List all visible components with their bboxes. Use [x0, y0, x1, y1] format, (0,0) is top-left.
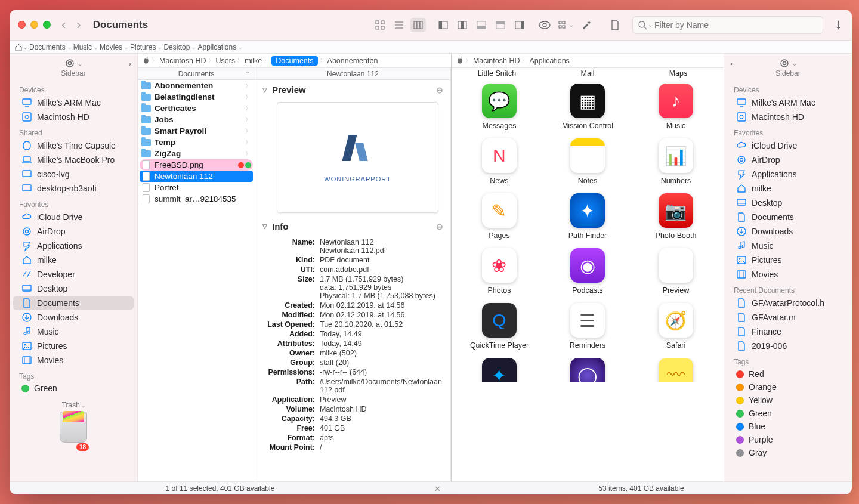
sidebar-item[interactable]: Red [728, 367, 848, 381]
path-seg[interactable]: Music⌵ [73, 43, 97, 51]
file-row[interactable]: summit_ar…92184535 [138, 193, 255, 205]
close-icon[interactable]: ✕ [434, 484, 441, 493]
icon-view-button[interactable] [372, 18, 388, 32]
sidebar-item[interactable]: Milke's ARM Mac [728, 95, 848, 110]
sidebar-item[interactable]: Macintosh HD [728, 110, 848, 124]
app-cell[interactable]: ✦ [456, 358, 542, 382]
app-cell[interactable]: 〰 [633, 358, 719, 382]
app-cell[interactable]: ❀Photos [456, 248, 542, 295]
sidebar-item[interactable]: 2019-006 [728, 339, 848, 353]
sidebar-item[interactable]: Milke's Time Capsule [13, 138, 134, 153]
sidebar-item[interactable]: Blue [728, 420, 848, 433]
sidebar-item[interactable]: Green [728, 407, 848, 420]
sidebar-item[interactable]: iCloud Drive [13, 210, 134, 224]
more-icon[interactable]: ⊖ [436, 222, 443, 231]
file-row[interactable]: ZigZag〉 [138, 148, 255, 159]
col-header[interactable]: Documents⌃ [138, 68, 255, 80]
sidebar-item[interactable]: Purple [728, 433, 848, 446]
sidebar-item[interactable]: Music [13, 324, 134, 339]
sidebar-item[interactable]: Yellow [728, 394, 848, 407]
sidebar-item[interactable]: Developer [13, 267, 134, 282]
app-cell[interactable]: ✎Pages [456, 193, 542, 240]
file-row[interactable]: Temp〉 [138, 137, 255, 148]
path-seg[interactable]: Desktop⌵ [163, 43, 195, 51]
quicklook-icon[interactable] [537, 18, 552, 32]
path-seg[interactable]: Movies⌵ [100, 43, 128, 51]
crumb[interactable]: milke [245, 57, 262, 65]
sidebar-item[interactable]: Pictures [13, 339, 134, 353]
sidebar-item[interactable]: Music [728, 239, 848, 253]
file-row[interactable]: Abonnementen〉 [138, 80, 255, 91]
app-cell[interactable]: 📊Numbers [633, 138, 719, 185]
arrange-icon[interactable]: ⌵ [556, 18, 575, 32]
sidebar-item[interactable]: milke [728, 181, 848, 196]
sidebar-item[interactable]: iCloud Drive [728, 138, 848, 153]
search-field[interactable]: ⌵ [632, 16, 823, 34]
split-4[interactable] [493, 18, 508, 32]
file-row[interactable]: FreeBSD.png [140, 159, 253, 171]
sidebar-item[interactable]: AirDrop [728, 153, 848, 167]
more-icon[interactable]: ⊖ [436, 85, 443, 95]
column-view-button[interactable] [410, 18, 426, 32]
path-seg[interactable]: Pictures⌵ [130, 43, 161, 51]
split-3[interactable] [474, 18, 489, 32]
app-cell[interactable]: ✦Path Finder [545, 193, 631, 240]
sidebar-item[interactable]: Movies [728, 267, 848, 282]
trash-label[interactable]: Trash ⌵ [10, 401, 137, 409]
app-cell[interactable]: QQuickTime Player [456, 303, 542, 350]
path-seg[interactable]: Applications⌵ [197, 43, 242, 51]
sidebar-item[interactable]: Green [13, 382, 134, 395]
sidebar-item[interactable]: Pictures [728, 253, 848, 267]
trash-icon[interactable]: 18 [55, 412, 91, 453]
split-2[interactable] [455, 18, 470, 32]
sidebar-item[interactable]: Movies [13, 353, 134, 367]
sidebar-item[interactable]: AirDrop [13, 224, 134, 239]
sidebar-item[interactable]: Orange [728, 381, 848, 394]
sidebar-item[interactable]: Applications [728, 167, 848, 181]
sidebar-target-r[interactable]: ›⌵ [724, 54, 852, 69]
info-section[interactable]: ▽Info⊖ [255, 217, 450, 235]
sidebar-target[interactable]: ›⌵ [10, 54, 137, 69]
app-cell[interactable]: 📷Photo Booth [633, 193, 719, 240]
minimize-button[interactable] [30, 21, 38, 29]
download-icon[interactable]: ⭣ [834, 20, 843, 30]
sidebar-item[interactable]: Milke's MacBook Pro [13, 153, 134, 167]
app-cell[interactable]: ◉Podcasts [545, 248, 631, 295]
search-input[interactable] [654, 20, 818, 30]
crumb[interactable]: Macintosh HD [473, 57, 520, 65]
app-cell[interactable]: ◯ [545, 358, 631, 382]
crumb[interactable]: Applications [529, 57, 569, 65]
doc-icon[interactable] [607, 18, 623, 32]
sidebar-item[interactable]: milke [13, 253, 134, 267]
file-row[interactable]: Certficates〉 [138, 103, 255, 114]
preview-section[interactable]: ▽Preview⊖ [255, 80, 450, 98]
zoom-button[interactable] [43, 21, 51, 29]
sidebar-item[interactable]: Desktop [728, 196, 848, 210]
forward-button[interactable]: › [76, 17, 81, 33]
sidebar-item[interactable]: Applications [13, 239, 134, 253]
home-menu[interactable]: ⌵ [14, 43, 27, 51]
split-1[interactable] [435, 18, 451, 32]
crumb[interactable]: Documents [271, 56, 317, 66]
sidebar-item[interactable]: Desktop [13, 282, 134, 296]
sidebar-item[interactable]: desktop-nb3aofi [13, 181, 134, 196]
app-cell[interactable]: ☰Reminders [545, 303, 631, 350]
sidebar-item[interactable]: Gray [728, 446, 848, 459]
sidebar-item[interactable]: cisco-lvg [13, 167, 134, 181]
app-cell[interactable]: 🖼Preview [633, 248, 719, 295]
crumb[interactable]: Users [216, 57, 236, 65]
app-cell[interactable]: Notes [545, 138, 631, 185]
sidebar-item[interactable]: Finance [728, 324, 848, 339]
list-view-button[interactable] [391, 18, 407, 32]
sidebar-item[interactable]: Downloads [13, 310, 134, 324]
sidebar-item[interactable]: Macintosh HD [13, 110, 134, 124]
close-button[interactable] [18, 21, 26, 29]
sidebar-item[interactable]: Documents [13, 296, 134, 310]
file-row[interactable]: Smart Payroll〉 [138, 125, 255, 137]
file-row[interactable]: Belastingdienst〉 [138, 91, 255, 103]
file-row[interactable]: Jobs〉 [138, 114, 255, 125]
file-row[interactable]: Portret [138, 182, 255, 193]
app-cell[interactable]: ▦Mission Control [545, 84, 631, 130]
sidebar-item[interactable]: Downloads [728, 224, 848, 239]
app-cell[interactable]: ♪Music [633, 84, 719, 130]
